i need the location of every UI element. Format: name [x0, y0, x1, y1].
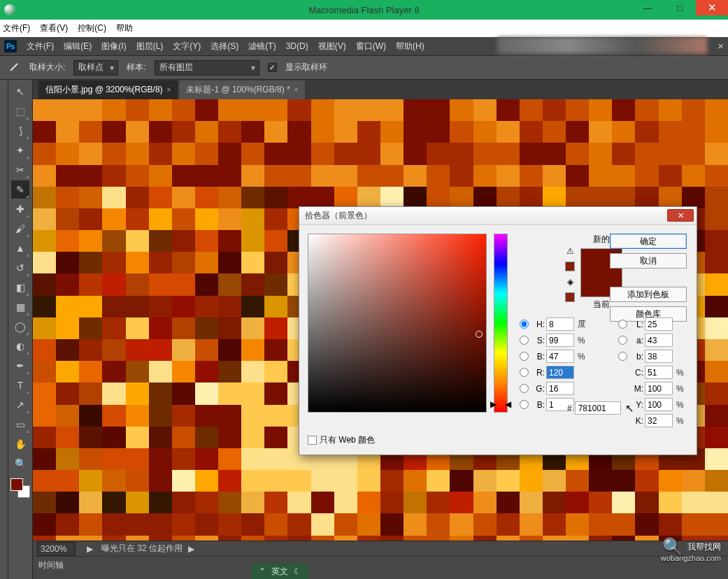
chevron-right-icon[interactable]: ▶ — [188, 544, 194, 554]
doc-tab-1[interactable]: 信阳小景.jpg @ 3200%(RGB/8) × — [38, 80, 178, 99]
blur-tool[interactable]: ◯ — [11, 317, 29, 336]
chevron-right-icon[interactable]: ▶ — [87, 544, 93, 554]
menu-file[interactable]: 文件(F) — [3, 22, 30, 34]
ps-menu-edit[interactable]: 编辑(E) — [64, 41, 92, 52]
foreground-color-swatch[interactable] — [10, 478, 23, 491]
r-input[interactable] — [546, 366, 574, 379]
b-rgb-label: B: — [534, 400, 546, 410]
marquee-tool[interactable]: ⬚ — [11, 102, 29, 120]
r-radio[interactable] — [516, 368, 532, 377]
doc-tab-2[interactable]: 未标题-1 @ 100%(RGB/8) * × — [179, 80, 305, 99]
heal-tool[interactable]: ✚ — [11, 200, 29, 218]
path-tool[interactable]: ↗ — [11, 396, 29, 414]
web-only-checkbox-group[interactable]: 只有 Web 颜色 — [308, 434, 375, 446]
hex-field-group: # ↖ — [567, 401, 633, 415]
websafe-swatch[interactable] — [565, 292, 575, 302]
dialog-titlebar[interactable]: 拾色器（前景色） ✕ — [299, 207, 697, 225]
blab-radio[interactable] — [615, 352, 631, 361]
g-input[interactable] — [546, 382, 574, 395]
brush-tool[interactable]: 🖌 — [11, 220, 29, 238]
ok-button[interactable]: 确定 — [610, 234, 687, 249]
zoom-field[interactable]: 3200% — [37, 542, 76, 556]
eyedropper-tool[interactable]: ✎ — [11, 180, 29, 199]
l-radio[interactable] — [615, 320, 631, 329]
web-only-label: 只有 Web 颜色 — [320, 434, 375, 446]
hand-tool[interactable]: ✋ — [11, 435, 29, 453]
ps-menu-image[interactable]: 图像(I) — [101, 41, 126, 52]
pen-tool[interactable]: ✒ — [11, 357, 29, 375]
crop-tool[interactable]: ✂ — [11, 161, 29, 179]
close-button[interactable]: ✕ — [696, 0, 728, 15]
h-input[interactable] — [546, 317, 574, 331]
maximize-button[interactable]: □ — [664, 0, 696, 15]
ps-menu-layer[interactable]: 图层(L) — [136, 41, 164, 52]
ime-moon-icon[interactable]: ☾ — [294, 566, 301, 576]
brgb-radio[interactable] — [516, 400, 532, 409]
ps-close-icon[interactable]: × — [718, 40, 724, 52]
hue-pointer-icon: ▶◀ — [490, 399, 511, 409]
cancel-button[interactable]: 取消 — [610, 253, 687, 269]
show-ring-checkbox[interactable]: ✓ — [268, 63, 277, 72]
add-swatch-button[interactable]: 添加到色板 — [610, 287, 687, 302]
gradient-tool[interactable]: ▦ — [11, 298, 29, 316]
g-radio[interactable] — [516, 384, 532, 393]
ps-menu-select[interactable]: 选择(S) — [210, 41, 238, 52]
blurred-region — [497, 37, 707, 54]
gamut-warning-icon[interactable]: ⚠ — [566, 246, 574, 256]
shape-tool[interactable]: ▭ — [11, 415, 29, 434]
b-radio[interactable] — [516, 352, 532, 361]
ps-menu-window[interactable]: 窗口(W) — [356, 41, 386, 52]
ime-toggle-icon[interactable]: ⌃ — [259, 566, 266, 576]
s-input[interactable] — [546, 334, 574, 347]
zoom-tool[interactable]: 🔍 — [11, 455, 29, 473]
dodge-tool[interactable]: ◐ — [11, 337, 29, 355]
lasso-tool[interactable]: ⟆ — [11, 122, 29, 140]
c-input[interactable] — [645, 366, 673, 379]
h-radio[interactable] — [516, 320, 532, 329]
k-input[interactable] — [645, 414, 673, 427]
menu-help[interactable]: 帮助 — [116, 22, 133, 34]
l-input[interactable] — [645, 317, 673, 331]
m-input[interactable] — [645, 382, 673, 395]
ime-language[interactable]: 英文 — [271, 566, 288, 578]
b-lab-input[interactable] — [645, 350, 673, 363]
c-label: C: — [632, 368, 645, 378]
text-tool[interactable]: T — [11, 376, 29, 394]
timeline-label[interactable]: 时间轴 — [38, 560, 64, 570]
close-tab-icon[interactable]: × — [167, 86, 171, 94]
hex-input[interactable] — [575, 401, 621, 415]
g-label: G: — [534, 384, 546, 394]
gamut-swatch[interactable] — [565, 262, 575, 271]
s-radio[interactable] — [516, 336, 532, 345]
ps-menu-3d[interactable]: 3D(D) — [286, 41, 308, 51]
cube-icon[interactable]: ◈ — [567, 277, 573, 287]
history-brush-tool[interactable]: ↺ — [11, 259, 29, 277]
color-field[interactable] — [308, 234, 487, 413]
ps-menu-help[interactable]: 帮助(H) — [396, 41, 424, 52]
b-hsb-input[interactable] — [546, 350, 574, 363]
ps-menu-filter[interactable]: 滤镜(T) — [248, 41, 276, 52]
sample-layers-dropdown[interactable]: 所有图层 — [155, 60, 259, 76]
ps-menu-view[interactable]: 视图(V) — [318, 41, 346, 52]
hue-slider[interactable]: ▶◀ — [494, 234, 508, 413]
web-only-checkbox[interactable] — [308, 436, 317, 445]
wand-tool[interactable]: ✦ — [11, 141, 29, 159]
k-label: K: — [632, 416, 645, 426]
menu-control[interactable]: 控制(C) — [78, 22, 106, 34]
y-input[interactable] — [645, 398, 673, 411]
a-input[interactable] — [645, 334, 673, 347]
ps-menu-file[interactable]: 文件(F) — [27, 41, 54, 52]
close-tab-icon[interactable]: × — [294, 86, 299, 94]
dialog-close-button[interactable]: ✕ — [667, 209, 694, 222]
fg-bg-swatches[interactable] — [10, 478, 30, 498]
eyedropper-icon — [7, 61, 21, 75]
stamp-tool[interactable]: ▲ — [11, 239, 29, 257]
menu-view[interactable]: 查看(V) — [40, 22, 68, 34]
sample-size-dropdown[interactable]: 取样点 — [73, 60, 118, 76]
eraser-tool[interactable]: ◧ — [11, 278, 29, 296]
move-tool[interactable]: ↖ — [11, 83, 29, 101]
ime-bar[interactable]: ⌃ 英文 ☾ — [252, 564, 308, 579]
a-radio[interactable] — [615, 336, 631, 345]
minimize-button[interactable]: — — [631, 0, 664, 15]
ps-menu-type[interactable]: 文字(Y) — [173, 41, 201, 52]
